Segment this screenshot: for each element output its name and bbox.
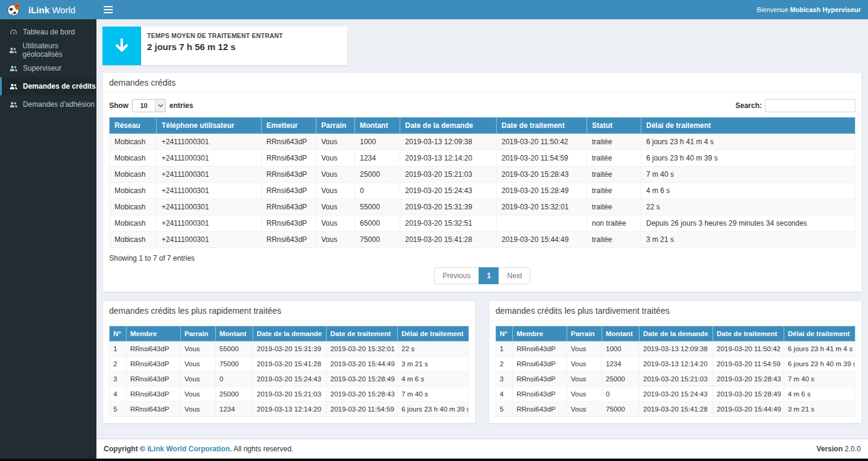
column-header[interactable]: Date de traitement [327,326,398,342]
company-link[interactable]: iLink World Corporation. [147,445,231,453]
table-cell: 1234 [216,402,253,417]
show-label: Show [109,101,128,110]
table-cell: 25000 [216,387,253,402]
column-header[interactable]: Parrain [316,118,355,134]
table-cell: Vous [316,167,355,183]
table-cell: 2 [496,357,513,372]
column-header[interactable]: Montant [355,118,400,134]
table-cell: Vous [567,387,602,402]
brand-logo[interactable]: iLink World [0,0,96,19]
footer: Copyright © iLink World Corporation. All… [96,439,868,459]
table-row: Mobicash+24111000301RRnsi643dPVous02019-… [110,183,855,199]
column-header[interactable]: Membre [513,326,567,342]
column-header[interactable]: Parrain [567,326,602,342]
credits-requests-panel: demandes crédits Show 10 entries Search: [102,72,862,292]
column-header[interactable]: Montant [602,326,640,342]
column-header[interactable]: Date de la demande [253,326,327,342]
brand-name: iLink World [28,5,75,15]
table-row: Mobicash+24111000301RRnsi643dPVous550002… [110,199,855,215]
column-header[interactable]: Délai de traitement [398,326,469,342]
sidebar-item-demandes-de-credits[interactable]: Demandes de crédits [0,77,96,95]
table-cell: Vous [181,357,216,372]
sidebar-item-demandes-adhesion[interactable]: Demandes d'adhésion [0,95,96,113]
sidebar-item-superviseur[interactable]: Superviseur [0,59,96,77]
column-header[interactable]: Date de la demande [640,326,713,342]
table-cell: traitée [587,134,641,150]
page-1-button[interactable]: 1 [479,267,500,284]
table-row: Mobicash+24111000301RRnsi643dPVous250002… [110,167,855,183]
table-cell: 1234 [602,357,640,372]
fastest-processed-table: N°MembreParrainMontantDate de la demande… [109,326,469,417]
table-cell: Vous [567,402,602,417]
column-header[interactable]: Téléphone utilisateur [157,118,262,134]
table-cell: 65000 [355,215,400,232]
table-header-row: RéseauTéléphone utilisateurEmetteurParra… [110,118,855,134]
column-header[interactable]: Délai de traitement [784,326,855,342]
table-cell: 2019-03-20 15:24:43 [640,387,713,402]
table-cell: Vous [181,387,216,402]
column-header[interactable]: Délai de traitement [641,118,855,134]
table-cell: 4 [496,387,513,402]
column-header[interactable]: Emetteur [262,118,316,134]
table-cell: 4 m 6 s [398,372,469,387]
table-row: 4RRnsi643dPVous250002019-03-20 15:21:032… [110,387,469,402]
column-header[interactable]: N° [496,326,513,342]
column-header[interactable]: Date de traitement [713,326,784,342]
column-header[interactable]: Date de traitement [497,118,587,134]
table-cell: 2019-03-20 15:32:01 [497,199,587,215]
previous-page-button[interactable]: Previous [434,267,479,284]
latest-processed-panel: demandes crédits les plus tardivement tr… [489,300,862,424]
column-header[interactable]: Réseau [110,118,157,134]
column-header[interactable]: Parrain [181,326,216,342]
table-cell: 2019-03-20 15:32:01 [327,342,398,357]
sidebar-item-label: Tableau de bord [23,28,75,36]
table-cell: Vous [316,199,355,215]
table-cell: 3 m 21 s [784,402,855,417]
table-cell [497,215,587,232]
table-cell: Vous [181,342,216,357]
table-cell: RRnsi643dP [513,372,567,387]
table-cell: traitée [587,167,641,183]
table-cell: RRnsi643dP [127,357,181,372]
table-cell: RRnsi643dP [513,357,567,372]
table-cell: 4 m 6 s [784,387,855,402]
table-cell: Vous [181,372,216,387]
table-cell: 1000 [602,342,640,357]
column-header[interactable]: Statut [587,118,641,134]
column-header[interactable]: Membre [127,326,181,342]
dashboard-icon [9,28,17,36]
table-cell: 55000 [216,342,253,357]
search-input[interactable] [765,99,855,112]
table-row: 5RRnsi643dPVous12342019-03-13 12:14:2020… [110,402,469,417]
sidebar-item-tableau-de-bord[interactable]: Tableau de bord [0,23,96,41]
table-row: 2RRnsi643dPVous12342019-03-13 12:14:2020… [496,357,855,372]
table-cell: 6 jours 23 h 40 m 39 s [784,357,855,372]
table-cell: 2019-03-20 15:21:03 [253,387,327,402]
welcome-user[interactable]: Bienvenue Mobicash Hyperviseur [757,6,861,13]
table-cell: 2019-03-20 15:31:39 [253,342,327,357]
table-cell: Vous [316,215,355,232]
column-header[interactable]: Montant [216,326,253,342]
table-cell: 5 [496,402,513,417]
widget-content: TEMPS MOYEN DE TRAITEMENT ENTRANT 2 jour… [141,27,289,65]
avg-processing-time-widget: TEMPS MOYEN DE TRAITEMENT ENTRANT 2 jour… [102,27,347,65]
next-page-button[interactable]: Next [498,267,530,284]
table-cell: Vous [567,372,602,387]
table-cell: 0 [602,387,640,402]
table-cell: traitée [587,232,641,248]
table-cell: RRnsi643dP [127,372,181,387]
panel-title: demandes crédits les plus rapidement tra… [103,301,475,321]
column-header[interactable]: Date de la demande [400,118,497,134]
table-cell: RRnsi643dP [262,134,316,150]
table-row: Mobicash+24111000301RRnsi643dPVous650002… [110,215,855,232]
sidebar-item-utilisateurs-geolocalises[interactable]: Utilisateurs géolocalisés [0,41,96,59]
table-cell: 22 s [398,342,469,357]
column-header[interactable]: N° [110,326,127,342]
sidebar-toggle-icon[interactable] [104,0,122,19]
table-cell: 1234 [355,150,400,167]
table-cell: 7 m 40 s [398,387,469,402]
top-navbar: Bienvenue Mobicash Hyperviseur [96,0,868,19]
page-length-select[interactable]: 10 [132,99,166,112]
table-cell: +24111000301 [157,215,262,232]
table-cell: 2019-03-20 15:44:49 [713,402,784,417]
